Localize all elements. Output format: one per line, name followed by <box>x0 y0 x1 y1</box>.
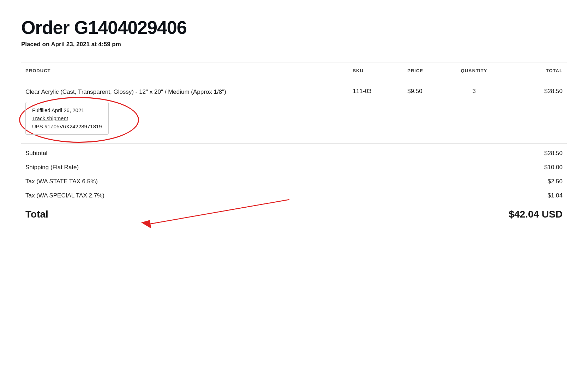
total-cell: $28.50 <box>501 79 567 143</box>
col-header-sku: SKU <box>349 62 403 79</box>
subtotal-label: Subtotal <box>25 150 47 157</box>
summary-section: Subtotal $28.50 Shipping (Flat Rate) $10… <box>21 143 567 223</box>
tax2-value: $1.04 <box>547 192 563 199</box>
quantity-cell: 3 <box>447 79 502 143</box>
total-label: Total <box>25 209 48 220</box>
shipping-row: Shipping (Flat Rate) $10.00 <box>21 160 567 175</box>
col-header-total: TOTAL <box>501 62 567 79</box>
product-name: Clear Acrylic (Cast, Transparent, Glossy… <box>25 88 344 96</box>
sku-cell: 111-03 <box>349 79 403 143</box>
tax1-row: Tax (WA STATE TAX 6.5%) $2.50 <box>21 175 567 189</box>
subtotal-row: Subtotal $28.50 <box>21 146 567 160</box>
order-date: Placed on April 23, 2021 at 4:59 pm <box>21 41 567 48</box>
tax1-value: $2.50 <box>547 178 563 185</box>
tax1-label: Tax (WA STATE TAX 6.5%) <box>25 178 98 185</box>
order-table: PRODUCT SKU PRICE QUANTITY TOTAL Clear A… <box>21 62 567 143</box>
product-cell: Clear Acrylic (Cast, Transparent, Glossy… <box>21 79 349 143</box>
col-header-quantity: QUANTITY <box>447 62 502 79</box>
subtotal-value: $28.50 <box>544 150 563 157</box>
fulfillment-box: Fulfilled April 26, 2021 Track shipment … <box>25 102 109 135</box>
table-row: Clear Acrylic (Cast, Transparent, Glossy… <box>21 79 567 143</box>
col-header-price: PRICE <box>403 62 447 79</box>
track-shipment-link[interactable]: Track shipment <box>32 115 102 121</box>
tax2-row: Tax (WA SPECIAL TAX 2.7%) $1.04 <box>21 189 567 203</box>
shipping-label: Shipping (Flat Rate) <box>25 164 79 171</box>
shipping-value: $10.00 <box>544 164 563 171</box>
fulfilled-date: Fulfilled April 26, 2021 <box>32 107 102 113</box>
total-value: $42.04 USD <box>509 209 563 220</box>
tracking-number: UPS #1Z05V6X24228971819 <box>32 123 102 129</box>
total-row: Total $42.04 USD <box>21 203 567 223</box>
col-header-product: PRODUCT <box>21 62 349 79</box>
order-title: Order G1404029406 <box>21 17 567 38</box>
price-cell: $9.50 <box>403 79 447 143</box>
tax2-label: Tax (WA SPECIAL TAX 2.7%) <box>25 192 104 199</box>
